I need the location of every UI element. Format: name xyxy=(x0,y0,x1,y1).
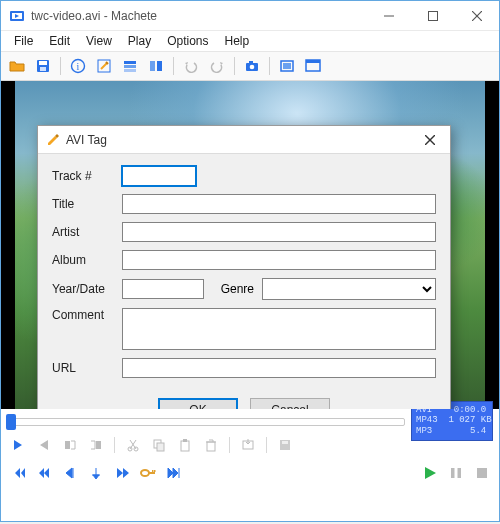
open-icon[interactable] xyxy=(5,54,29,78)
svg-rect-40 xyxy=(149,472,155,474)
menu-help[interactable]: Help xyxy=(218,32,257,50)
stop-button[interactable] xyxy=(471,462,493,484)
year-field[interactable] xyxy=(122,279,204,299)
svg-rect-33 xyxy=(181,441,189,451)
keyframe-marker-icon[interactable] xyxy=(85,462,107,484)
redo-icon[interactable] xyxy=(205,54,229,78)
maximize-button[interactable] xyxy=(411,2,455,30)
menu-file[interactable]: File xyxy=(7,32,40,50)
fit-icon[interactable] xyxy=(275,54,299,78)
menu-edit[interactable]: Edit xyxy=(42,32,77,50)
info-size: 1 027 KB xyxy=(448,415,491,425)
dialog-close-button[interactable] xyxy=(416,129,444,151)
first-frame-icon[interactable] xyxy=(7,462,29,484)
svg-rect-9 xyxy=(40,67,46,71)
menubar: File Edit View Play Options Help xyxy=(1,31,499,51)
label-year: Year/Date xyxy=(52,282,122,296)
toolbar: i xyxy=(1,51,499,81)
copy-icon[interactable] xyxy=(148,434,170,456)
svg-text:i: i xyxy=(77,61,80,72)
svg-rect-28 xyxy=(96,441,101,449)
svg-rect-34 xyxy=(183,439,187,442)
mark-end-icon[interactable] xyxy=(33,434,55,456)
last-frame-icon[interactable] xyxy=(163,462,185,484)
label-artist: Artist xyxy=(52,225,122,239)
cancel-button[interactable]: Cancel xyxy=(250,398,330,409)
label-album: Album xyxy=(52,253,122,267)
svg-rect-38 xyxy=(282,441,288,444)
streams2-icon[interactable] xyxy=(144,54,168,78)
label-comment: Comment xyxy=(52,308,122,322)
svg-rect-35 xyxy=(207,442,215,451)
svg-rect-44 xyxy=(458,468,462,478)
next-frame-icon[interactable] xyxy=(111,462,133,484)
dialog-titlebar: AVI Tag xyxy=(38,126,450,154)
info-vcodec: MP43 xyxy=(416,415,438,425)
ok-button[interactable]: OK xyxy=(158,398,238,409)
seek-thumb[interactable] xyxy=(6,414,16,430)
cut-icon[interactable] xyxy=(122,434,144,456)
label-url: URL xyxy=(52,361,122,375)
select-left-icon[interactable] xyxy=(59,434,81,456)
svg-rect-22 xyxy=(283,63,291,69)
playback-controls xyxy=(1,459,499,487)
info-time: 0:00.0 xyxy=(454,405,486,415)
video-area: AVI Tag Track # Title Artist Album xyxy=(1,81,499,409)
svg-rect-14 xyxy=(124,65,136,68)
svg-rect-4 xyxy=(429,11,438,20)
info-acodec: MP3 xyxy=(416,426,432,436)
app-icon xyxy=(9,8,25,24)
menu-options[interactable]: Options xyxy=(160,32,215,50)
svg-rect-45 xyxy=(477,468,487,478)
label-track: Track # xyxy=(52,169,122,183)
album-field[interactable] xyxy=(122,250,436,270)
pause-button[interactable] xyxy=(445,462,467,484)
fullscreen-icon[interactable] xyxy=(301,54,325,78)
menu-play[interactable]: Play xyxy=(121,32,158,50)
svg-rect-41 xyxy=(152,470,154,472)
info-bitrate: 5.4 xyxy=(470,426,486,436)
svg-rect-17 xyxy=(157,61,162,71)
mark-start-icon[interactable] xyxy=(7,434,29,456)
paste-icon[interactable] xyxy=(174,434,196,456)
minimize-button[interactable] xyxy=(367,2,411,30)
artist-field[interactable] xyxy=(122,222,436,242)
seek-row: AVI 0:00.0 MP43 1 027 KB MP3 5.4 xyxy=(1,409,499,431)
svg-rect-16 xyxy=(150,61,155,71)
svg-point-39 xyxy=(141,470,149,476)
save-selection-icon[interactable] xyxy=(274,434,296,456)
undo-icon[interactable] xyxy=(179,54,203,78)
titlebar: twc-video.avi - Machete xyxy=(1,1,499,31)
close-button[interactable] xyxy=(455,2,499,30)
window-title: twc-video.avi - Machete xyxy=(31,9,157,23)
snapshot-icon[interactable] xyxy=(240,54,264,78)
prev-frame-icon[interactable] xyxy=(59,462,81,484)
track-field[interactable] xyxy=(122,166,196,186)
svg-rect-8 xyxy=(39,61,47,65)
svg-rect-42 xyxy=(154,470,156,472)
seek-slider[interactable] xyxy=(7,418,405,426)
insert-icon[interactable] xyxy=(237,434,259,456)
next-keyframe-icon[interactable] xyxy=(137,462,159,484)
menu-view[interactable]: View xyxy=(79,32,119,50)
main-window: twc-video.avi - Machete File Edit View P… xyxy=(0,0,500,522)
url-field[interactable] xyxy=(122,358,436,378)
delete-icon[interactable] xyxy=(200,434,222,456)
svg-rect-24 xyxy=(306,60,320,63)
dialog-title: AVI Tag xyxy=(66,133,107,147)
streams-icon[interactable] xyxy=(118,54,142,78)
select-right-icon[interactable] xyxy=(85,434,107,456)
genre-select[interactable] xyxy=(262,278,436,300)
svg-rect-13 xyxy=(124,61,136,64)
tag-edit-icon[interactable] xyxy=(92,54,116,78)
svg-rect-32 xyxy=(157,443,164,451)
save-icon[interactable] xyxy=(31,54,55,78)
avi-tag-dialog: AVI Tag Track # Title Artist Album xyxy=(37,125,451,409)
comment-field[interactable] xyxy=(122,308,436,350)
title-field[interactable] xyxy=(122,194,436,214)
svg-rect-20 xyxy=(249,61,253,63)
svg-rect-15 xyxy=(124,69,136,72)
info-icon[interactable]: i xyxy=(66,54,90,78)
play-button[interactable] xyxy=(419,462,441,484)
prev-keyframe-icon[interactable] xyxy=(33,462,55,484)
